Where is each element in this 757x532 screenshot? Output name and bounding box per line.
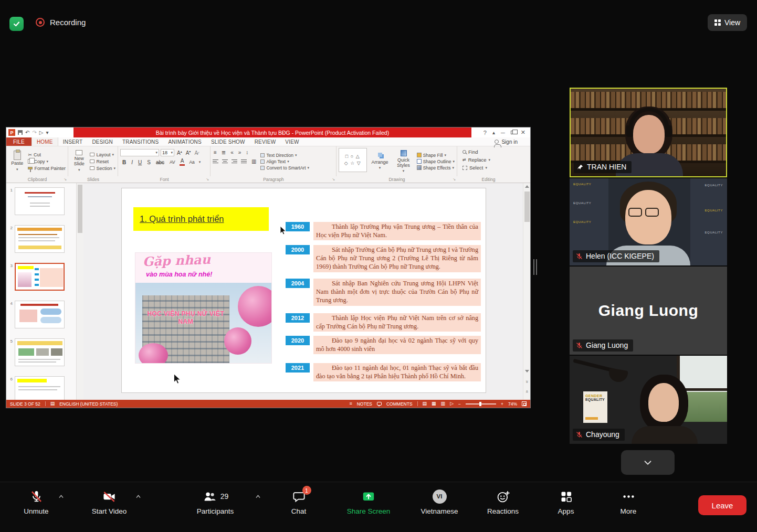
help-button[interactable]: ? bbox=[483, 130, 487, 136]
timeline-row-2012[interactable]: 2012 Thành lập Học viện Phụ nữ Việt Nam … bbox=[286, 313, 481, 332]
slideshow-view-icon[interactable]: ▷ bbox=[450, 401, 454, 406]
character-spacing-button[interactable]: AV bbox=[169, 159, 176, 165]
tab-home[interactable]: HOME bbox=[31, 137, 58, 146]
shape-outline-button[interactable]: Shape Outline▾ bbox=[417, 159, 455, 164]
customize-qat-icon[interactable]: ▾ bbox=[46, 130, 48, 135]
tab-insert[interactable]: INSERT bbox=[58, 137, 88, 146]
text-direction-button[interactable]: Text Direction▾ bbox=[260, 153, 309, 158]
video-tile-chayoung[interactable]: GENDER EQUALITY Chayoung bbox=[570, 356, 727, 444]
columns-button[interactable]: ▥ bbox=[250, 158, 257, 164]
thumbnail-slide-2[interactable]: 2 bbox=[8, 225, 75, 253]
video-tile-giang-luong[interactable]: Giang Luong Giang Luong bbox=[570, 267, 727, 355]
restore-button[interactable] bbox=[511, 131, 515, 134]
find-button[interactable]: Find bbox=[462, 148, 518, 156]
security-shield-icon[interactable] bbox=[9, 17, 24, 31]
reactions-button[interactable]: Reactions bbox=[477, 489, 529, 515]
numbering-button[interactable]: ≣ bbox=[220, 150, 227, 155]
tab-design[interactable]: DESIGN bbox=[87, 137, 118, 146]
slide-editing-surface[interactable]: 1. Quá trình phát triển Gặp nhau vào mùa… bbox=[121, 188, 486, 393]
paragraph-dialog-launcher[interactable]: ↘ bbox=[332, 177, 335, 182]
normal-view-icon[interactable]: ▤ bbox=[423, 401, 427, 406]
reading-view-icon[interactable]: ▥ bbox=[441, 401, 446, 406]
increase-indent-button[interactable]: » bbox=[237, 150, 243, 155]
tab-review[interactable]: REVIEW bbox=[250, 137, 281, 146]
shape-effects-button[interactable]: Shape Effects▾ bbox=[417, 165, 455, 171]
participants-options-chevron[interactable] bbox=[254, 492, 262, 503]
scrollbar-thumb[interactable] bbox=[524, 191, 530, 222]
quick-styles-button[interactable]: Quick Styles▾ bbox=[393, 148, 414, 175]
tab-animations[interactable]: ANIMATIONS bbox=[163, 137, 206, 146]
tab-slideshow[interactable]: SLIDE SHOW bbox=[206, 137, 250, 146]
replace-button[interactable]: ⇄Replace▾ bbox=[462, 156, 518, 164]
copy-button[interactable]: Copy▾ bbox=[28, 159, 66, 164]
view-button[interactable]: View bbox=[708, 14, 747, 31]
comments-button[interactable]: COMMENTS bbox=[386, 401, 413, 407]
font-name-select[interactable]: ▾ bbox=[120, 149, 159, 156]
chat-button[interactable]: 1 Chat bbox=[275, 489, 322, 515]
font-size-select[interactable]: 18▾ bbox=[161, 149, 174, 156]
decrease-font-button[interactable]: A▾ bbox=[185, 150, 192, 156]
cut-button[interactable]: ✂Cut bbox=[28, 152, 66, 157]
strikethrough-button[interactable]: abc bbox=[155, 159, 165, 165]
minimize-button[interactable]: ─ bbox=[501, 130, 505, 136]
save-icon[interactable] bbox=[18, 130, 23, 135]
reset-button[interactable]: Reset bbox=[90, 159, 115, 164]
italic-button[interactable]: I bbox=[130, 159, 134, 165]
scroll-up-icon[interactable] bbox=[525, 185, 529, 188]
video-tile-helen[interactable]: EQUALITY EQUALITY EQUALITY EQUALITY EQUA… bbox=[570, 178, 727, 265]
thumbnail-slide-6[interactable]: 6 bbox=[8, 376, 75, 400]
start-slideshow-icon[interactable]: ▷ bbox=[39, 130, 44, 135]
slide-area-scrollbar[interactable]: » « bbox=[523, 183, 530, 400]
align-center-button[interactable] bbox=[222, 159, 228, 163]
text-shadow-button[interactable]: S bbox=[146, 159, 152, 165]
timeline-row-2004[interactable]: 2004 Sát nhập Ban Nghiên cứu Trung ương … bbox=[286, 279, 481, 306]
more-button[interactable]: More bbox=[605, 489, 652, 515]
line-spacing-button[interactable]: ↕ bbox=[245, 150, 249, 155]
redo-icon[interactable]: ↷ bbox=[32, 130, 36, 135]
slide-sorter-view-icon[interactable]: ▦ bbox=[432, 401, 436, 406]
timeline-row-2021[interactable]: 2021 Đào tạo 11 ngành đại học, 01 ngành … bbox=[286, 363, 481, 381]
video-tile-tran-hien[interactable]: TRAN HIEN bbox=[570, 88, 727, 177]
thumbnail-slide-1[interactable]: 1 bbox=[8, 187, 75, 215]
clipboard-dialog-launcher[interactable]: ↘ bbox=[64, 177, 67, 182]
close-button[interactable]: ✕ bbox=[521, 129, 525, 136]
thumbnail-slide-5[interactable]: 5 bbox=[8, 338, 75, 366]
timeline-row-2000[interactable]: 2000 Sát nhập Trường Cán bộ Phụ nữ Trung… bbox=[286, 245, 481, 272]
drawing-dialog-launcher[interactable]: ↘ bbox=[453, 177, 456, 182]
section-button[interactable]: Section▾ bbox=[90, 166, 115, 171]
align-text-button[interactable]: Align Text▾ bbox=[260, 159, 309, 164]
undo-icon[interactable]: ↶ bbox=[25, 130, 29, 135]
tab-file[interactable]: FILE bbox=[6, 137, 31, 146]
font-dialog-launcher[interactable]: ↘ bbox=[206, 177, 209, 182]
share-border-handle[interactable] bbox=[533, 259, 537, 275]
underline-button[interactable]: U bbox=[137, 159, 143, 165]
previous-slide-button[interactable]: » bbox=[524, 379, 530, 384]
participants-button[interactable]: 29 Participants bbox=[184, 489, 247, 515]
justify-button[interactable] bbox=[241, 159, 247, 163]
collapse-video-strip-button[interactable] bbox=[621, 450, 675, 475]
zoom-slider[interactable] bbox=[466, 403, 496, 405]
timeline-row-2020[interactable]: 2020 Đào tạo 9 ngành đại học và 02 ngành… bbox=[286, 336, 481, 354]
ribbon-display-options-icon[interactable]: ▴ bbox=[492, 130, 495, 135]
video-options-chevron[interactable] bbox=[134, 492, 143, 503]
tab-transitions[interactable]: TRANSITIONS bbox=[118, 137, 163, 146]
align-right-button[interactable] bbox=[232, 159, 237, 163]
unmute-button[interactable]: Unmute bbox=[13, 489, 60, 515]
zoom-out-button[interactable]: − bbox=[458, 401, 461, 407]
new-slide-button[interactable]: New Slide▾ bbox=[70, 148, 88, 174]
thumbnail-slide-4[interactable]: 4 bbox=[8, 301, 75, 328]
convert-smartart-button[interactable]: Convert to SmartArt▾ bbox=[260, 165, 309, 171]
paste-button[interactable]: Paste▾ bbox=[8, 148, 26, 174]
fit-to-window-icon[interactable] bbox=[522, 401, 527, 406]
shape-gallery[interactable]: □ ○ △ ◇ ☆ ▽ bbox=[339, 148, 367, 172]
next-slide-button[interactable]: « bbox=[524, 389, 530, 394]
slide-photo[interactable]: Gặp nhau vào mùa hoa nữ nhé! HỌC VIỆN PH… bbox=[135, 252, 272, 364]
sign-in-button[interactable]: Sign in bbox=[495, 137, 530, 146]
clear-formatting-button[interactable]: A̷ bbox=[193, 150, 199, 156]
notes-button[interactable]: NOTES bbox=[357, 401, 372, 407]
timeline-row-1960[interactable]: 1960 Thành lập Trường Phụ vận Trung ương… bbox=[286, 222, 481, 240]
font-color-button[interactable]: A bbox=[180, 158, 185, 166]
apps-button[interactable]: Apps bbox=[542, 489, 590, 515]
quick-access-toolbar[interactable]: P ↶ ↷ ▷ ▾ bbox=[6, 127, 73, 137]
scroll-down-icon[interactable] bbox=[525, 370, 529, 373]
